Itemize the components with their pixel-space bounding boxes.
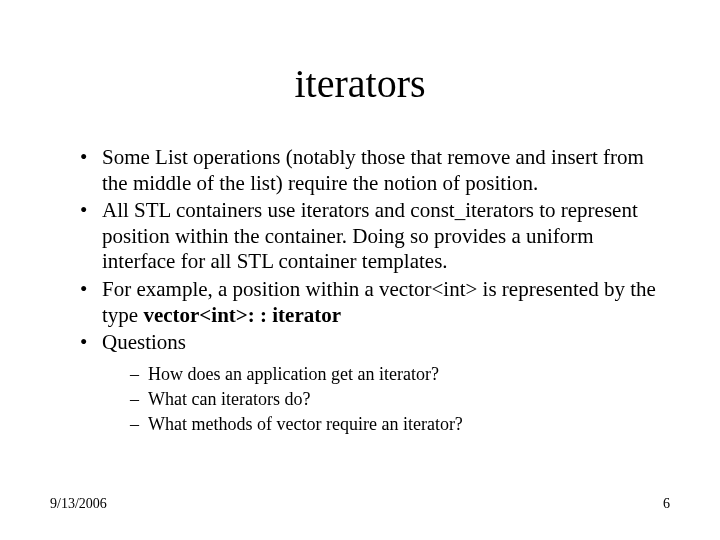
footer-page-number: 6	[663, 496, 670, 512]
sub-bullet-text: What methods of vector require an iterat…	[148, 414, 463, 434]
bullet-text: All STL containers use iterators and con…	[102, 198, 638, 273]
slide: iterators Some List operations (notably …	[0, 0, 720, 540]
sub-bullet-text: How does an application get an iterator?	[148, 364, 439, 384]
bullet-list: Some List operations (notably those that…	[50, 145, 670, 437]
footer-date: 9/13/2006	[50, 496, 107, 512]
footer: 9/13/2006 6	[50, 496, 670, 512]
sub-bullet-list: How does an application get an iterator?…	[102, 362, 670, 437]
bullet-item: Some List operations (notably those that…	[80, 145, 670, 196]
sub-bullet-item: What can iterators do?	[130, 387, 670, 411]
sub-bullet-text: What can iterators do?	[148, 389, 310, 409]
bullet-item: All STL containers use iterators and con…	[80, 198, 670, 275]
bullet-text: Questions	[102, 330, 186, 354]
slide-title: iterators	[50, 60, 670, 107]
bullet-text: Some List operations (notably those that…	[102, 145, 644, 195]
sub-bullet-item: How does an application get an iterator?	[130, 362, 670, 386]
bullet-item: For example, a position within a vector<…	[80, 277, 670, 328]
bullet-text-bold: vector<int>: : iterator	[143, 303, 341, 327]
sub-bullet-item: What methods of vector require an iterat…	[130, 412, 670, 436]
bullet-item: Questions How does an application get an…	[80, 330, 670, 437]
